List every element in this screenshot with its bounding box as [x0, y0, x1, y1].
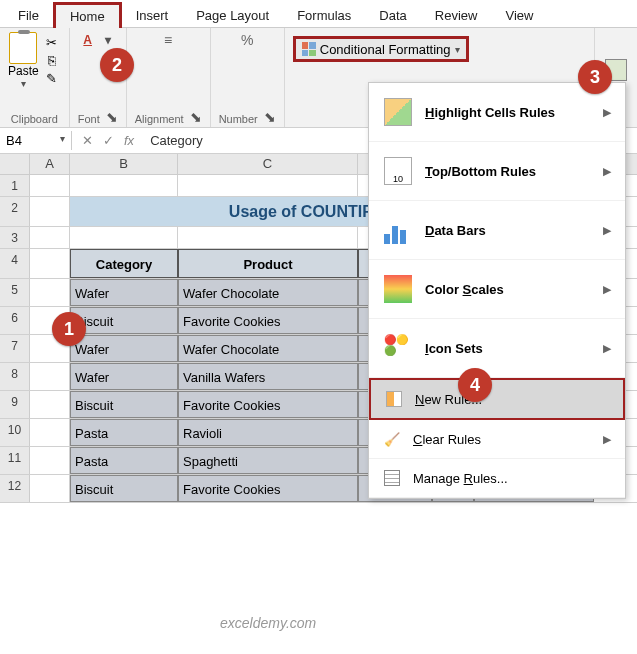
tab-review[interactable]: Review	[421, 4, 492, 27]
tab-home[interactable]: Home	[53, 2, 122, 28]
cell-product[interactable]: Favorite Cookies	[178, 307, 358, 334]
ribbon-tabs: File Home Insert Page Layout Formulas Da…	[0, 0, 637, 28]
chevron-down-icon: ▾	[60, 133, 65, 144]
menu-color-scales[interactable]: Color Scales ▶	[369, 260, 625, 319]
col-header[interactable]: B	[70, 154, 178, 174]
select-all-corner[interactable]	[0, 154, 30, 174]
icon-sets-icon: 🔴🟡🟢	[384, 334, 412, 362]
chevron-right-icon: ▶	[603, 106, 611, 119]
cf-label: Conditional Formatting	[320, 42, 451, 57]
menu-top-bottom-rules[interactable]: 10 Top/Bottom Rules ▶	[369, 142, 625, 201]
callout-4: 4	[458, 368, 492, 402]
watermark: exceldemy.com	[220, 615, 316, 631]
cell-category[interactable]: Pasta	[70, 419, 178, 446]
accept-formula-icon[interactable]: ✓	[103, 133, 114, 148]
cell-product[interactable]: Ravioli	[178, 419, 358, 446]
conditional-formatting-button[interactable]: Conditional Formatting ▾	[293, 36, 469, 62]
callout-2: 2	[100, 48, 134, 82]
dialog-launcher-icon[interactable]: ⬊	[190, 109, 202, 125]
clear-rules-icon: 🧹	[384, 431, 400, 447]
dialog-launcher-icon[interactable]: ⬊	[106, 109, 118, 125]
cell-product[interactable]: Wafer Chocolate	[178, 335, 358, 362]
row-header[interactable]: 3	[0, 227, 30, 248]
cell-category[interactable]: Biscuit	[70, 475, 178, 502]
chevron-right-icon: ▶	[603, 283, 611, 296]
cell-product[interactable]: Favorite Cookies	[178, 391, 358, 418]
tab-view[interactable]: View	[491, 4, 547, 27]
row-header[interactable]: 4	[0, 249, 30, 278]
chevron-down-icon: ▾	[21, 78, 26, 89]
row-header[interactable]: 8	[0, 363, 30, 390]
cell-product[interactable]: Wafer Chocolate	[178, 279, 358, 306]
callout-3: 3	[578, 60, 612, 94]
font-group-label: Font	[78, 113, 100, 125]
cell-product[interactable]: Vanilla Wafers	[178, 363, 358, 390]
new-rule-icon	[386, 391, 402, 407]
chevron-right-icon: ▶	[603, 165, 611, 178]
group-clipboard: Paste ▾ ✂ ⎘ ✎ Clipboard	[0, 28, 70, 127]
row-header[interactable]: 12	[0, 475, 30, 502]
row-header[interactable]: 7	[0, 335, 30, 362]
row-header[interactable]: 6	[0, 307, 30, 334]
chevron-down-icon: ▾	[455, 44, 460, 55]
group-number: % Number ⬊	[211, 28, 285, 127]
header-product[interactable]: Product	[178, 249, 358, 278]
cell-product[interactable]: Favorite Cookies	[178, 475, 358, 502]
tab-page-layout[interactable]: Page Layout	[182, 4, 283, 27]
alignment-group-label: Alignment	[135, 113, 184, 125]
col-header[interactable]: A	[30, 154, 70, 174]
clipboard-group-label: Clipboard	[11, 113, 58, 125]
name-box[interactable]: B4 ▾	[0, 131, 72, 150]
row-header[interactable]: 10	[0, 419, 30, 446]
paste-label: Paste	[8, 64, 39, 78]
conditional-formatting-menu: Highlight Cells Rules ▶ 10 Top/Bottom Ru…	[368, 82, 626, 499]
number-group-label: Number	[219, 113, 258, 125]
row-header[interactable]: 5	[0, 279, 30, 306]
col-header[interactable]: C	[178, 154, 358, 174]
cell-category[interactable]: Wafer	[70, 279, 178, 306]
format-painter-icon[interactable]: ✎	[43, 71, 61, 87]
row-header[interactable]: 9	[0, 391, 30, 418]
copy-icon[interactable]: ⎘	[43, 53, 61, 69]
conditional-formatting-icon	[302, 42, 316, 56]
cell-category[interactable]: Wafer	[70, 335, 178, 362]
name-box-value: B4	[6, 133, 22, 148]
top-bottom-icon: 10	[384, 157, 412, 185]
menu-data-bars[interactable]: Data Bars ▶	[369, 201, 625, 260]
chevron-down-icon[interactable]: ▾	[99, 32, 117, 48]
fx-icon[interactable]: fx	[124, 133, 134, 148]
cell-category[interactable]: Wafer	[70, 363, 178, 390]
chevron-right-icon: ▶	[603, 342, 611, 355]
paste-icon	[9, 32, 37, 64]
cell-category[interactable]: Biscuit	[70, 391, 178, 418]
paste-button[interactable]: Paste ▾	[8, 32, 39, 89]
tab-data[interactable]: Data	[365, 4, 420, 27]
chevron-right-icon: ▶	[603, 224, 611, 237]
data-bars-icon	[384, 216, 412, 244]
menu-new-rule[interactable]: New Rule...	[369, 378, 625, 420]
row-header[interactable]: 1	[0, 175, 30, 196]
row-header[interactable]: 2	[0, 197, 30, 226]
font-color-icon[interactable]: A	[79, 32, 97, 48]
menu-clear-rules[interactable]: 🧹 Clear Rules ▶	[369, 420, 625, 459]
chevron-right-icon: ▶	[603, 433, 611, 446]
manage-rules-icon	[384, 470, 400, 486]
dialog-launcher-icon[interactable]: ⬊	[264, 109, 276, 125]
highlight-cells-icon	[384, 98, 412, 126]
cell-category[interactable]: Biscuit	[70, 307, 178, 334]
callout-1: 1	[52, 312, 86, 346]
cell-category[interactable]: Pasta	[70, 447, 178, 474]
tab-formulas[interactable]: Formulas	[283, 4, 365, 27]
row-header[interactable]: 11	[0, 447, 30, 474]
clipboard-mini-buttons: ✂ ⎘ ✎	[43, 35, 61, 87]
color-scales-icon	[384, 275, 412, 303]
menu-icon-sets[interactable]: 🔴🟡🟢 Icon Sets ▶	[369, 319, 625, 378]
tab-insert[interactable]: Insert	[122, 4, 183, 27]
group-alignment: ≡ Alignment ⬊	[127, 28, 211, 127]
cut-icon[interactable]: ✂	[43, 35, 61, 51]
menu-manage-rules[interactable]: Manage Rules...	[369, 459, 625, 498]
cancel-formula-icon[interactable]: ✕	[82, 133, 93, 148]
tab-file[interactable]: File	[4, 4, 53, 27]
cell-product[interactable]: Spaghetti	[178, 447, 358, 474]
header-category[interactable]: Category	[70, 249, 178, 278]
